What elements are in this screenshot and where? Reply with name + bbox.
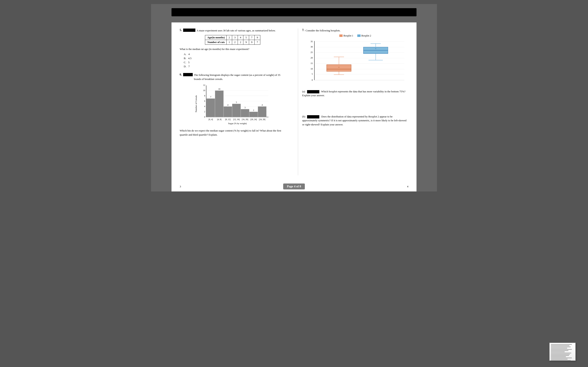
boxplot1-mean: × — [338, 66, 340, 69]
svg-text:0: 0 — [204, 116, 205, 118]
svg-text:0: 0 — [312, 79, 313, 81]
table-age-5: 5 — [243, 35, 249, 40]
right-page-number: 4 — [407, 185, 408, 188]
black-header — [172, 8, 416, 16]
question-5-block: 5. A maze experiment uses 30 lab rats of… — [180, 29, 286, 68]
table-age-7: 7 — [249, 35, 255, 40]
legend-label-2: Boxplot 2 — [361, 34, 371, 37]
svg-text:15: 15 — [311, 62, 313, 64]
svg-text:6: 6 — [204, 100, 205, 102]
document-area: 5. A maze experiment uses 30 lab rats of… — [172, 22, 416, 182]
svg-text:2: 2 — [253, 109, 254, 111]
thumb-lines — [550, 343, 575, 361]
svg-text:2: 2 — [204, 110, 205, 113]
svg-text:4: 4 — [261, 104, 263, 106]
q5-choices: A. 4 B. 4.5 C. 5 D. 7 — [184, 53, 286, 68]
legend-item-1: Boxplot 1 — [339, 34, 353, 37]
bar-1 — [215, 91, 224, 117]
svg-text:[20, 24]: [20, 24] — [250, 118, 257, 120]
left-page-number: 3 — [180, 185, 181, 188]
table-row-header: Age(in months) 2 3 4 5 7 9 — [205, 35, 260, 40]
page-wrapper: 5. A maze experiment uses 30 lab rats of… — [151, 4, 437, 192]
bar-3 — [232, 104, 241, 117]
q5-redacted — [183, 29, 195, 32]
q6-followup: Which bin do we expect the median sugar … — [180, 129, 286, 137]
boxplot-container: 0 5 10 15 20 25 30 — [302, 39, 408, 87]
q6-number: 6. — [180, 73, 182, 76]
q7-b-label: (b) — [302, 115, 305, 118]
q5-choice-b: B. 4.5 — [184, 57, 286, 60]
q7-part-b: (b) Does the distribution of data repres… — [302, 115, 408, 127]
svg-text:10: 10 — [311, 67, 313, 70]
q6-text: The following histogram displays the sug… — [194, 73, 286, 81]
q6-redacted — [183, 73, 193, 76]
table-header-age: Age(in months) — [205, 35, 227, 40]
svg-text:7: 7 — [210, 96, 211, 98]
histogram-svg: Number of Cereals 0 2 4 6 8 10 12 — [194, 83, 272, 126]
left-column: 5. A maze experiment uses 30 lab rats of… — [180, 29, 290, 175]
svg-text:[16, 20]: [16, 20] — [242, 118, 248, 120]
svg-text:8: 8 — [204, 95, 205, 97]
bar-0 — [207, 99, 215, 117]
q5-text: A maze experiment uses 30 lab rats of va… — [197, 29, 276, 33]
svg-text:35: 35 — [311, 40, 313, 43]
boxplot2-mean: × — [375, 47, 376, 50]
svg-text:30: 30 — [311, 45, 313, 48]
svg-text:10: 10 — [203, 89, 205, 92]
table-age-4: 4 — [238, 35, 243, 40]
q7-a-redacted — [307, 90, 319, 93]
bar-5 — [249, 112, 258, 117]
svg-text:[0, 4]: [0, 4] — [208, 118, 213, 120]
q7-text: Consider the following boxplots. — [306, 29, 341, 33]
boxplot-svg: 0 5 10 15 20 25 30 — [302, 39, 408, 86]
table-header-rats: Number of rats — [205, 40, 227, 44]
page-footer: 3 Page 4 of 8 4 — [172, 182, 416, 192]
histogram-xlabel: Sugar (% by weight) — [228, 122, 247, 125]
table-rats-5: 9 — [249, 40, 255, 44]
svg-text:10: 10 — [218, 88, 220, 90]
q7-b-redacted — [307, 115, 319, 118]
q5-choice-a: A. 4 — [184, 53, 286, 56]
question-7-header: 7. Consider the following boxplots. — [302, 29, 408, 33]
svg-text:[8, 12]: [8, 12] — [225, 118, 231, 120]
svg-text:5: 5 — [236, 101, 237, 103]
svg-text:4: 4 — [204, 105, 205, 108]
bar-6 — [258, 106, 267, 117]
table-age-3: 3 — [232, 35, 238, 40]
page-badge: Page 4 of 8 — [283, 184, 305, 189]
svg-text:4: 4 — [227, 104, 228, 106]
table-rats-2: 2 — [232, 40, 238, 44]
question-7-block: 7. Consider the following boxplots. Boxp… — [302, 29, 408, 126]
q5-question: What is the median rat age (in months) f… — [180, 47, 286, 51]
table-row-rats: Number of rats 1 2 2 9 9 7 — [205, 40, 260, 44]
table-rats-3: 2 — [238, 40, 243, 44]
svg-text:[12, 16]: [12, 16] — [233, 118, 240, 120]
legend-label-1: Boxplot 1 — [343, 34, 353, 37]
question-5-header: 5. A maze experiment uses 30 lab rats of… — [180, 29, 286, 33]
bar-2 — [224, 106, 232, 117]
table-rats-4: 9 — [243, 40, 249, 44]
svg-text:5: 5 — [312, 73, 313, 75]
legend-color-1 — [339, 34, 343, 37]
q7-number: 7. — [302, 29, 304, 32]
svg-text:20: 20 — [311, 57, 313, 59]
question-6-block: 6. The following histogram displays the … — [180, 73, 286, 137]
boxplot-legend: Boxplot 1 Boxplot 2 — [302, 34, 408, 37]
q5-table: Age(in months) 2 3 4 5 7 9 Number of rat… — [205, 35, 260, 45]
svg-text:12: 12 — [203, 84, 205, 86]
svg-text:[24, 28]: [24, 28] — [259, 118, 265, 120]
legend-color-2 — [357, 34, 361, 37]
bar-4 — [241, 109, 249, 117]
table-rats-6: 7 — [255, 40, 260, 44]
table-age-2: 2 — [226, 35, 232, 40]
svg-text:[4, 8]: [4, 8] — [217, 118, 222, 120]
right-column: 7. Consider the following boxplots. Boxp… — [298, 29, 408, 175]
q5-choice-c: C. 5 — [184, 61, 286, 64]
question-6-header: 6. The following histogram displays the … — [180, 73, 286, 81]
histogram-ylabel: Number of Cereals — [195, 95, 197, 112]
thumbnail-preview — [549, 342, 576, 361]
thumb-inner — [550, 343, 575, 360]
q7-part-a: (a) Which boxplot represents the data th… — [302, 90, 408, 98]
table-age-9: 9 — [255, 35, 260, 40]
table-rats-1: 1 — [226, 40, 232, 44]
